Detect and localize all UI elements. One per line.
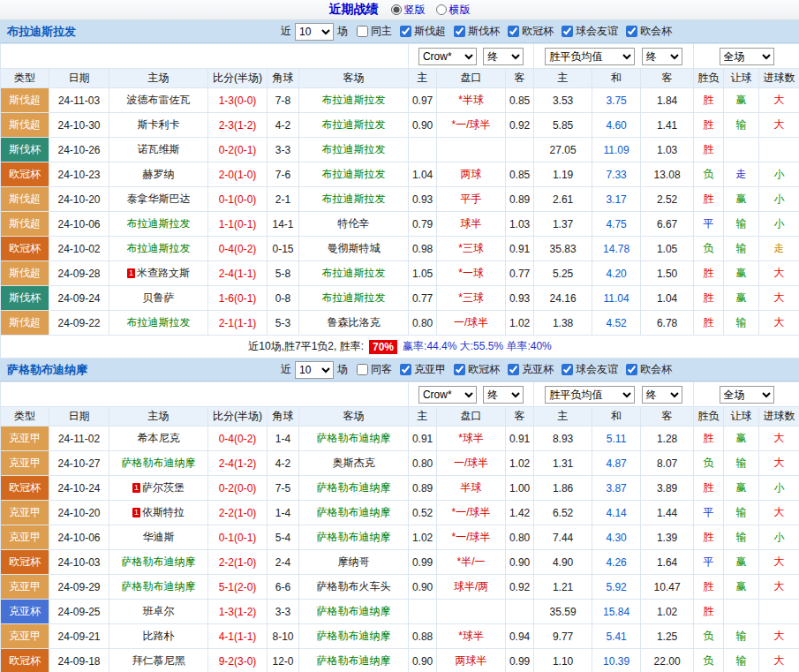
home-team[interactable]: 布拉迪斯拉发 xyxy=(109,237,208,261)
away-team[interactable]: 奥斯杰克 xyxy=(299,451,409,476)
away-team[interactable]: 萨格勒布迪纳摩 xyxy=(299,649,409,672)
team-name: 萨格勒布迪纳摩 xyxy=(122,555,196,568)
away-team[interactable]: 布拉迪斯拉发 xyxy=(299,187,409,212)
recent-count-select[interactable]: 10 xyxy=(295,23,334,41)
home-team[interactable]: 诺瓦维斯 xyxy=(109,138,208,162)
result-goals: 小 xyxy=(759,525,799,550)
avg-type-select[interactable]: 胜平负均值 xyxy=(545,386,635,404)
filter-option[interactable]: 欧冠杯 xyxy=(454,362,500,377)
home-team[interactable]: 希本尼克 xyxy=(109,427,208,451)
home-team[interactable]: 泰拿华斯巴达 xyxy=(109,187,208,212)
view-option[interactable]: 竖版 xyxy=(391,3,426,18)
corner-score: 5-3 xyxy=(268,311,299,336)
filter-checkbox[interactable] xyxy=(357,26,368,37)
scope-select[interactable]: 全场 xyxy=(720,48,774,65)
filter-checkbox[interactable] xyxy=(562,26,573,37)
away-team[interactable]: 布拉迪斯拉发 xyxy=(299,162,409,187)
filter-option[interactable]: 欧会杯 xyxy=(626,24,672,39)
odds-company-select[interactable]: Crow* xyxy=(418,386,477,404)
away-team[interactable]: 萨格勒布迪纳摩 xyxy=(299,427,409,451)
filter-checkbox[interactable] xyxy=(508,26,519,37)
filter-checkbox[interactable] xyxy=(357,364,368,375)
filter-option[interactable]: 球会友谊 xyxy=(562,24,618,39)
filter-option[interactable]: 同主 xyxy=(357,24,392,39)
odds-final-select[interactable]: 终 xyxy=(483,386,524,404)
filter-option[interactable]: 斯伐超 xyxy=(400,24,446,39)
filter-checkbox[interactable] xyxy=(454,364,465,375)
view-mode-radio[interactable] xyxy=(436,4,447,15)
team-name-heading[interactable]: 萨格勒布迪纳摩 xyxy=(7,362,87,378)
odds-company-select[interactable]: Crow* xyxy=(418,48,477,65)
home-team[interactable]: 1依斯特拉 xyxy=(109,501,208,525)
team-name-heading[interactable]: 布拉迪斯拉发 xyxy=(7,24,76,40)
filter-checkbox[interactable] xyxy=(454,26,465,37)
view-mode-radio[interactable] xyxy=(391,4,402,15)
avg-final-select[interactable]: 终 xyxy=(642,386,682,404)
home-team[interactable]: 拜仁慕尼黑 xyxy=(109,649,208,672)
handicap-away-odds: 0.99 xyxy=(506,649,534,672)
away-team[interactable]: 萨格勒布迪纳摩 xyxy=(299,525,409,550)
filter-option[interactable]: 欧会杯 xyxy=(626,362,672,377)
odds-final-select[interactable]: 终 xyxy=(483,48,524,65)
column-header: 客 xyxy=(506,69,534,88)
section-header: 布拉迪斯拉发 近 10 场 同主斯伐超斯伐杯欧冠杯球会友谊欧会杯 xyxy=(0,20,799,43)
home-team[interactable]: 波德布雷佐瓦 xyxy=(109,88,208,113)
column-header: 胜负 xyxy=(694,69,724,88)
away-team[interactable]: 特伦辛 xyxy=(299,212,409,237)
filter-option[interactable]: 同客 xyxy=(357,362,392,377)
away-team[interactable]: 萨格勒布火车头 xyxy=(299,575,409,600)
home-team[interactable]: 布拉迪斯拉发 xyxy=(109,212,208,237)
scope-select[interactable]: 全场 xyxy=(720,386,774,404)
filter-checkbox[interactable] xyxy=(400,364,411,375)
home-team[interactable]: 华迪斯 xyxy=(109,525,208,550)
filter-checkbox[interactable] xyxy=(562,364,573,375)
away-team[interactable]: 萨格勒布迪纳摩 xyxy=(299,476,409,501)
home-team[interactable]: 班卓尔 xyxy=(109,600,208,624)
away-team[interactable]: 布拉迪斯拉发 xyxy=(299,261,409,286)
filter-option[interactable]: 克亚甲 xyxy=(400,362,446,377)
home-team[interactable]: 萨格勒布迪纳摩 xyxy=(109,575,208,600)
avg-home-odds: 5.85 xyxy=(534,113,592,138)
filter-option[interactable]: 斯伐杯 xyxy=(454,24,500,39)
away-team[interactable]: 萨格勒布迪纳摩 xyxy=(299,600,409,624)
result-winloss: 胜 xyxy=(694,138,724,162)
filter-checkbox[interactable] xyxy=(400,26,411,37)
avg-filter-cell: 胜平负均值 终 xyxy=(534,382,694,407)
home-team[interactable]: 1米查路文斯 xyxy=(109,261,208,286)
home-team[interactable]: 赫罗纳 xyxy=(109,162,208,187)
away-team[interactable]: 摩纳哥 xyxy=(299,550,409,575)
away-team[interactable]: 鲁森比洛克 xyxy=(299,311,409,336)
away-team[interactable]: 布拉迪斯拉发 xyxy=(299,113,409,138)
filter-checkbox[interactable] xyxy=(626,364,637,375)
filter-checkbox[interactable] xyxy=(626,26,637,37)
filter-checkbox[interactable] xyxy=(508,364,519,375)
recent-count-select[interactable]: 10 xyxy=(295,361,334,379)
corner-score: 5-4 xyxy=(268,525,299,550)
away-team[interactable]: 布拉迪斯拉发 xyxy=(299,138,409,162)
home-team[interactable]: 1萨尔茨堡 xyxy=(109,476,208,501)
filter-option[interactable]: 克亚杯 xyxy=(508,362,554,377)
away-team[interactable]: 布拉迪斯拉发 xyxy=(299,286,409,311)
result-goals: 走 xyxy=(759,237,799,261)
filter-option[interactable]: 球会友谊 xyxy=(562,362,618,377)
away-team[interactable]: 萨格勒布迪纳摩 xyxy=(299,501,409,525)
match-score: 5-1(2-0) xyxy=(208,575,268,600)
match-score: 1-3(0-0) xyxy=(208,88,268,113)
away-team[interactable]: 布拉迪斯拉发 xyxy=(299,88,409,113)
column-header: 主场 xyxy=(109,69,208,88)
avg-draw-odds: 5.92 xyxy=(592,575,641,600)
avg-draw-odds: 4.26 xyxy=(592,550,641,575)
home-team[interactable]: 布拉迪斯拉发 xyxy=(109,311,208,336)
home-team[interactable]: 比路朴 xyxy=(109,624,208,649)
result-handicap: 赢 xyxy=(724,575,759,600)
filter-option[interactable]: 欧冠杯 xyxy=(508,24,554,39)
avg-type-select[interactable]: 胜平负均值 xyxy=(545,48,635,65)
away-team[interactable]: 曼彻斯特城 xyxy=(299,237,409,261)
home-team[interactable]: 斯卡利卡 xyxy=(109,113,208,138)
home-team[interactable]: 萨格勒布迪纳摩 xyxy=(109,550,208,575)
view-option[interactable]: 横版 xyxy=(436,3,471,18)
avg-final-select[interactable]: 终 xyxy=(642,48,682,65)
home-team[interactable]: 贝鲁萨 xyxy=(109,286,208,311)
away-team[interactable]: 萨格勒布迪纳摩 xyxy=(299,624,409,649)
home-team[interactable]: 萨格勒布迪纳摩 xyxy=(109,451,208,476)
